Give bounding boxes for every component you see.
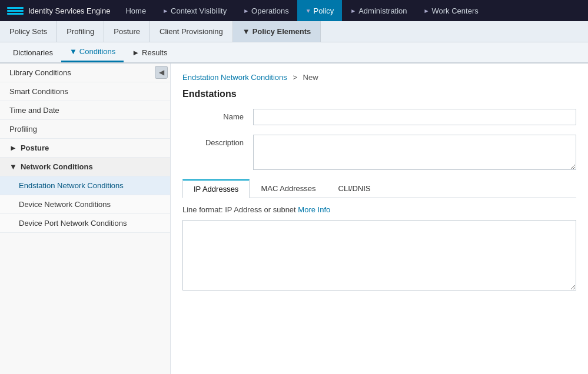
more-info-link[interactable]: More Info	[298, 205, 330, 214]
top-nav-bar: Identity Services Engine Home ► Context …	[0, 0, 588, 21]
tab-dictionaries[interactable]: Dictionaries	[5, 42, 61, 62]
sidebar-item-device-network-conditions[interactable]: Device Network Conditions	[0, 195, 170, 214]
second-nav-bar: Policy Sets Profiling Posture Client Pro…	[0, 21, 588, 42]
brand-area: Identity Services Engine	[0, 0, 117, 21]
line-format-description: Line format: IP Address or subnet More I…	[182, 205, 576, 214]
tab-profiling[interactable]: Profiling	[57, 21, 104, 42]
breadcrumb: Endstation Network Conditions > New	[182, 73, 576, 82]
sidebar-item-time-and-date[interactable]: Time and Date	[0, 101, 170, 120]
arrow-icon: ►	[243, 8, 249, 14]
tab-policy-elements[interactable]: ▼ Policy Elements	[233, 21, 321, 42]
form-row-name: Name	[182, 109, 576, 125]
breadcrumb-separator: >	[293, 73, 297, 82]
arrow-icon: ►	[162, 8, 168, 14]
arrow-icon: ►	[9, 143, 17, 152]
sidebar-item-library-conditions[interactable]: Library Conditions	[0, 64, 170, 82]
main-layout: ◀ Library Conditions Smart Conditions Ti…	[0, 64, 588, 374]
breadcrumb-link[interactable]: Endstation Network Conditions	[182, 73, 287, 82]
tab-posture[interactable]: Posture	[104, 21, 150, 42]
tab-results[interactable]: ► Results	[124, 42, 175, 62]
tab-group-addresses: IP Addresses MAC Addresses CLI/DNIS	[182, 179, 576, 198]
arrow-icon: ►	[350, 8, 356, 14]
description-input[interactable]	[253, 135, 576, 170]
tab-mac-addresses[interactable]: MAC Addresses	[250, 179, 327, 198]
breadcrumb-current: New	[303, 73, 318, 82]
app-title: Identity Services Engine	[28, 6, 110, 15]
section-title: Endstations	[182, 89, 576, 99]
arrow-icon: ▼	[9, 162, 17, 171]
nav-item-administration[interactable]: ► Administration	[342, 0, 415, 21]
tab-cli-dnis[interactable]: CLI/DNIS	[327, 179, 382, 198]
third-nav-bar: Dictionaries ▼ Conditions ► Results	[0, 42, 588, 64]
arrow-icon: ▼	[242, 27, 250, 36]
name-input[interactable]	[253, 109, 576, 125]
tab-conditions[interactable]: ▼ Conditions	[61, 42, 124, 62]
sidebar-item-device-port-network-conditions[interactable]: Device Port Network Conditions	[0, 214, 170, 233]
cisco-logo-icon	[7, 7, 24, 15]
arrow-icon: ▼	[69, 47, 77, 56]
sidebar-section-network-conditions[interactable]: ▼ Network Conditions	[0, 158, 170, 176]
tab-ip-addresses[interactable]: IP Addresses	[182, 179, 250, 198]
ip-address-input[interactable]	[182, 220, 576, 290]
nav-item-operations[interactable]: ► Operations	[235, 0, 297, 21]
nav-item-policy[interactable]: ▼ Policy	[297, 0, 343, 21]
top-nav-items: Home ► Context Visibility ► Operations ▼…	[117, 0, 588, 21]
sidebar-item-smart-conditions[interactable]: Smart Conditions	[0, 82, 170, 101]
sidebar: ◀ Library Conditions Smart Conditions Ti…	[0, 64, 171, 374]
form-row-description: Description	[182, 135, 576, 170]
tab-policy-sets[interactable]: Policy Sets	[0, 21, 57, 42]
tab-client-provisioning[interactable]: Client Provisioning	[150, 21, 233, 42]
sidebar-item-profiling[interactable]: Profiling	[0, 120, 170, 139]
arrow-icon: ▼	[305, 8, 311, 14]
arrow-icon: ►	[132, 48, 139, 57]
sidebar-section-posture[interactable]: ► Posture	[0, 139, 170, 158]
sidebar-collapse-button[interactable]: ◀	[155, 66, 168, 79]
nav-item-work-centers[interactable]: ► Work Centers	[416, 0, 487, 21]
name-label: Name	[182, 109, 253, 121]
content-area: Endstation Network Conditions > New Ends…	[171, 64, 588, 374]
arrow-icon: ►	[424, 8, 430, 14]
nav-item-home[interactable]: Home	[117, 0, 154, 21]
description-label: Description	[182, 135, 253, 147]
sidebar-item-endstation-network-conditions[interactable]: Endstation Network Conditions	[0, 176, 170, 195]
nav-item-context-visibility[interactable]: ► Context Visibility	[154, 0, 235, 21]
